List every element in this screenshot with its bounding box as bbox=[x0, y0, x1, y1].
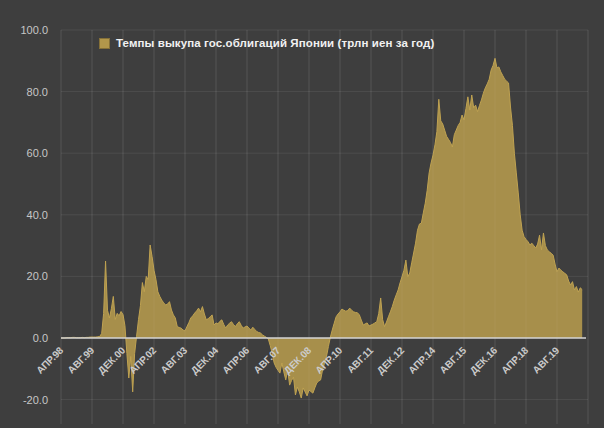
y-tick-label: 20.0 bbox=[27, 270, 48, 282]
y-tick-label: 100.0 bbox=[20, 24, 48, 36]
y-tick-label: 80.0 bbox=[27, 86, 48, 98]
y-tick-label: -20.0 bbox=[23, 394, 48, 406]
y-axis-labels: 100.080.060.040.020.00.0-20.0 bbox=[20, 24, 48, 406]
area-fill bbox=[61, 58, 582, 398]
area-series bbox=[61, 58, 582, 398]
y-tick-label: 0.0 bbox=[33, 332, 48, 344]
area-chart: 100.080.060.040.020.00.0-20.0 АПР.98АВГ.… bbox=[0, 0, 604, 428]
y-tick-label: 40.0 bbox=[27, 209, 48, 221]
chart-panel: 100.080.060.040.020.00.0-20.0 АПР.98АВГ.… bbox=[0, 0, 604, 428]
y-tick-label: 60.0 bbox=[27, 147, 48, 159]
